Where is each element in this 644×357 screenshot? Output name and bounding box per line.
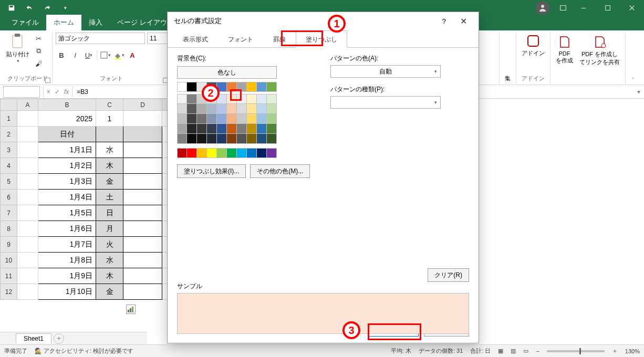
cell[interactable]: 水	[96, 253, 123, 268]
color-swatch[interactable]	[227, 104, 237, 114]
cell[interactable]: 木	[96, 268, 123, 284]
color-swatch[interactable]	[217, 114, 227, 124]
color-swatch[interactable]	[177, 82, 187, 92]
color-swatch[interactable]	[227, 134, 237, 144]
pdf-create-icon[interactable]	[557, 35, 572, 49]
color-swatch[interactable]	[187, 134, 197, 144]
cell[interactable]: 1月5日	[38, 205, 96, 221]
cell[interactable]: 1月3日	[38, 174, 96, 190]
color-swatch[interactable]	[207, 134, 217, 144]
color-swatch[interactable]	[257, 148, 267, 158]
color-swatch[interactable]	[227, 94, 237, 104]
color-swatch[interactable]	[187, 94, 197, 104]
color-swatch[interactable]	[227, 148, 237, 158]
select-all-corner[interactable]	[1, 99, 17, 111]
clear-button[interactable]: クリア(R)	[428, 268, 469, 282]
view-layout-icon[interactable]: ▥	[511, 348, 516, 354]
fill-color-button[interactable]: ▾	[113, 49, 124, 61]
cell[interactable]: 月	[96, 221, 123, 237]
cell[interactable]: 土	[96, 190, 123, 205]
maximize-button[interactable]	[596, 0, 620, 16]
color-swatch[interactable]	[247, 104, 257, 114]
color-swatch[interactable]	[247, 82, 257, 92]
color-swatch[interactable]	[177, 114, 187, 124]
cell[interactable]: 1月2日	[38, 158, 96, 174]
row-header[interactable]: 6	[1, 190, 17, 205]
color-swatch[interactable]	[257, 114, 267, 124]
paste-button[interactable]: 貼り付け ▾	[6, 33, 29, 64]
close-button[interactable]	[620, 0, 644, 16]
color-swatch[interactable]	[257, 94, 267, 104]
cell[interactable]: 1月8日	[38, 253, 96, 268]
color-swatch[interactable]	[247, 148, 257, 158]
cell[interactable]	[17, 253, 38, 268]
color-swatch[interactable]	[217, 148, 227, 158]
cell[interactable]	[17, 284, 38, 300]
color-swatch[interactable]	[207, 94, 217, 104]
cell[interactable]	[123, 174, 162, 190]
font-color-button[interactable]: A	[127, 49, 138, 61]
font-name-select[interactable]	[56, 33, 145, 44]
color-swatch[interactable]	[207, 148, 217, 158]
no-color-button[interactable]: 色なし	[177, 66, 277, 79]
cell[interactable]: 木	[96, 158, 123, 174]
new-sheet-button[interactable]: ＋	[54, 333, 64, 344]
ribbon-display-icon[interactable]	[555, 0, 572, 16]
color-swatch[interactable]	[207, 124, 217, 134]
color-swatch[interactable]	[267, 82, 277, 92]
borders-button[interactable]: ▾	[99, 49, 111, 61]
undo-icon[interactable]	[21, 0, 38, 16]
col-header-B[interactable]: B	[38, 99, 96, 111]
font-size-select[interactable]	[147, 33, 169, 44]
color-swatch[interactable]	[207, 104, 217, 114]
cell[interactable]: 火	[96, 237, 123, 253]
color-swatch[interactable]	[257, 104, 267, 114]
color-swatch[interactable]	[197, 94, 207, 104]
italic-button[interactable]: I	[69, 49, 81, 61]
cell[interactable]	[17, 142, 38, 158]
row-header[interactable]: 5	[1, 174, 17, 190]
cell[interactable]	[96, 127, 123, 142]
color-swatch[interactable]	[247, 94, 257, 104]
tab-border[interactable]: 罫線	[263, 30, 296, 48]
cell[interactable]	[17, 127, 38, 142]
addin-icon[interactable]	[526, 34, 541, 48]
color-swatch[interactable]	[217, 134, 227, 144]
color-swatch[interactable]	[197, 104, 207, 114]
color-swatch[interactable]	[217, 104, 227, 114]
color-swatch[interactable]	[237, 104, 247, 114]
cell[interactable]: 日	[96, 205, 123, 221]
cell[interactable]	[17, 174, 38, 190]
color-swatch[interactable]	[257, 134, 267, 144]
cell[interactable]: 1月6日	[38, 221, 96, 237]
cell[interactable]	[123, 237, 162, 253]
color-swatch[interactable]	[177, 94, 187, 104]
color-swatch[interactable]	[197, 124, 207, 134]
zoom-in-button[interactable]: ＋	[612, 347, 618, 355]
tab-number-format[interactable]: 表示形式	[173, 30, 218, 48]
fill-effects-button[interactable]: 塗りつぶし効果(I)...	[177, 164, 246, 178]
color-swatch[interactable]	[197, 82, 207, 92]
color-swatch[interactable]	[227, 124, 237, 134]
row-header[interactable]: 1	[1, 111, 17, 127]
account-avatar[interactable]	[536, 1, 549, 15]
color-swatch[interactable]	[267, 104, 277, 114]
color-swatch[interactable]	[177, 148, 187, 158]
cell[interactable]: 1月4日	[38, 190, 96, 205]
fx-icon[interactable]: fx	[64, 88, 69, 96]
cell[interactable]	[17, 237, 38, 253]
name-box[interactable]	[3, 86, 40, 98]
dialog-close-button[interactable]: ✕	[454, 16, 472, 26]
row-header[interactable]: 8	[1, 221, 17, 237]
cell[interactable]	[123, 158, 162, 174]
cell[interactable]: 1月9日	[38, 268, 96, 284]
color-swatch[interactable]	[267, 124, 277, 134]
tab-fill[interactable]: 塗りつぶし	[296, 30, 347, 48]
cell[interactable]: 日付	[38, 127, 96, 142]
cell[interactable]	[123, 268, 162, 284]
color-swatch[interactable]	[247, 114, 257, 124]
color-swatch[interactable]	[237, 82, 247, 92]
color-swatch[interactable]	[217, 124, 227, 134]
underline-button[interactable]: U▾	[83, 49, 95, 61]
cell[interactable]	[17, 221, 38, 237]
